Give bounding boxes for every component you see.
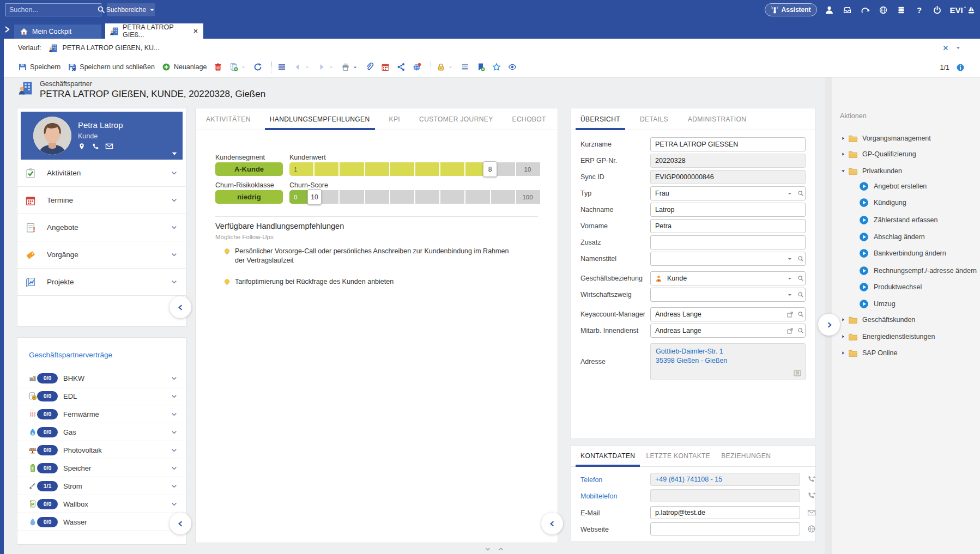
tab-beziehungen[interactable]: BEZIEHUNGEN — [721, 445, 771, 467]
scroll-up-icon[interactable] — [497, 545, 505, 553]
tab-kontaktdaten[interactable]: KONTAKTDATEN — [580, 445, 635, 467]
power-icon[interactable] — [932, 4, 943, 15]
tab-customer-journey[interactable]: CUSTOMER JOURNEY — [419, 108, 493, 130]
field-input-namenstitel[interactable] — [650, 252, 806, 266]
chevron-down-icon[interactable] — [170, 251, 178, 259]
global-search-box[interactable] — [5, 3, 101, 16]
tree-action-produktwechsel[interactable]: Produktwechsel — [832, 281, 980, 294]
chevron-down-icon[interactable] — [171, 150, 178, 157]
collapse-icon[interactable] — [840, 168, 846, 174]
favorite-button[interactable] — [492, 63, 501, 71]
dropdown-caret-icon[interactable] — [785, 288, 795, 302]
collapse-sidebar-button[interactable] — [170, 296, 191, 318]
dropdown-caret-icon[interactable] — [304, 64, 310, 70]
field-input-e-mail[interactable] — [650, 506, 800, 519]
list-view-button[interactable] — [461, 63, 469, 71]
chevron-down-icon[interactable] — [170, 428, 178, 436]
tab-administration[interactable]: ADMINISTRATION — [688, 108, 746, 130]
lookup-icon[interactable] — [796, 307, 806, 321]
contract-row-speicher[interactable]: 0/0Speicher — [17, 459, 186, 477]
expand-icon[interactable] — [840, 334, 846, 339]
print-button[interactable] — [341, 63, 358, 71]
chevron-down-icon[interactable] — [170, 374, 178, 382]
tree-action-abschlag-ndern[interactable]: Abschlag ändern — [832, 230, 980, 243]
tab-handlungsempfehlungen[interactable]: HANDLUNGSEMPFEHLUNGEN — [270, 108, 370, 130]
next-record-button[interactable] — [317, 63, 334, 71]
attachments-button[interactable] — [365, 63, 374, 71]
contract-row-fernwärme[interactable]: 0/0Fernwärme — [17, 405, 186, 423]
expand-icon[interactable] — [840, 136, 846, 141]
field-input-nachname[interactable] — [650, 203, 806, 217]
tab-record[interactable]: PETRA LATROP GIEß... — [105, 23, 203, 39]
tree-folder-energiedienstleistungen[interactable]: Energiedienstleistungen — [832, 330, 980, 343]
address-line-2[interactable]: 35398 Gießen - Gießen — [656, 356, 800, 366]
contract-row-gas[interactable]: 0/0Gas — [17, 423, 186, 441]
open-record-icon[interactable] — [785, 324, 795, 338]
search-icon[interactable] — [97, 5, 106, 14]
field-input-zusatz[interactable] — [650, 235, 806, 249]
chevron-down-icon[interactable] — [170, 223, 178, 232]
bookmark-add-button[interactable] — [476, 63, 485, 71]
tree-action-angebot-erstellen[interactable]: Angebot erstellen — [832, 180, 980, 193]
sidebar-section-projekte[interactable]: Projekte — [17, 269, 186, 296]
info-icon[interactable] — [956, 63, 965, 72]
contract-row-edl[interactable]: €0/0EDL — [17, 387, 186, 405]
chevron-down-icon[interactable] — [170, 169, 178, 177]
sidebar-section-termine[interactable]: Termine — [17, 187, 186, 214]
tab-kpi[interactable]: KPI — [389, 108, 401, 130]
expand-icon[interactable] — [840, 151, 846, 157]
recommendation-item[interactable]: Tarifoptimierung bei Rückfrage des Kunde… — [235, 277, 518, 287]
lookup-icon[interactable] — [796, 186, 806, 200]
globe-icon[interactable] — [878, 4, 889, 15]
tree-action-rechnungsempf-adresse-ndern[interactable]: Rechnungsempf./-adresse ändern — [832, 264, 980, 277]
tree-folder-gp-qualifizierung[interactable]: GP-Qualifizierung — [832, 148, 980, 161]
dropdown-caret-icon[interactable] — [785, 186, 795, 200]
collapse-center-button[interactable] — [541, 513, 563, 534]
field-input-mitarb-innendienst[interactable] — [650, 324, 806, 338]
chevron-down-icon[interactable] — [170, 482, 178, 490]
share-button[interactable] — [397, 63, 406, 71]
lookup-icon[interactable] — [796, 288, 806, 302]
close-icon[interactable] — [942, 44, 949, 52]
phone-icon[interactable] — [92, 143, 99, 150]
history-entry[interactable]: PETRA LATROP GIEßEN, KU... — [62, 44, 159, 52]
delete-button[interactable] — [214, 63, 222, 71]
phone-forward-icon[interactable] — [806, 489, 817, 502]
user-icon[interactable] — [824, 4, 835, 15]
scroll-down-icon[interactable] — [484, 545, 492, 553]
search-input[interactable] — [9, 6, 97, 14]
contract-row-photovoltaik[interactable]: 0/0Photovoltaik — [17, 441, 186, 459]
field-label[interactable]: Telefon — [580, 473, 602, 487]
dropdown-caret-icon[interactable] — [328, 64, 334, 70]
save-button[interactable]: Speichern — [18, 63, 61, 71]
tab-echobot[interactable]: ECHOBOT — [512, 108, 546, 130]
tree-action-umzug[interactable]: Umzug — [832, 297, 980, 311]
map-button[interactable] — [413, 63, 421, 71]
copy-button[interactable] — [229, 63, 246, 71]
address-line-1[interactable]: Gottlieb-Daimler-Str. 1 — [656, 347, 800, 356]
tree-folder-gesch-ftskunden[interactable]: Geschäftskunden — [832, 313, 980, 326]
database-icon[interactable] — [896, 4, 907, 15]
field-input-gesch-ftsbeziehung[interactable] — [650, 271, 806, 285]
chevron-down-icon[interactable] — [170, 410, 178, 418]
contract-row-wallbox[interactable]: P0/0Wallbox — [17, 495, 186, 513]
chevron-down-icon[interactable] — [170, 278, 178, 286]
tab-letzte-kontakte[interactable]: LETZTE KONTAKTE — [646, 445, 710, 467]
expand-icon[interactable] — [840, 317, 846, 322]
sidebar-section-aktivitäten[interactable]: Aktivitäten — [17, 160, 186, 187]
tab-mein-cockpit[interactable]: Mein Cockpit — [14, 25, 101, 39]
tab--bersicht[interactable]: ÜBERSICHT — [580, 108, 620, 130]
tree-folder-vorgangsmanagement[interactable]: Vorgangsmanagement — [832, 132, 980, 145]
field-input-kurzname[interactable] — [650, 137, 806, 151]
location-icon[interactable] — [78, 143, 86, 150]
save-and-close-button[interactable]: Speichern und schließen — [68, 63, 155, 71]
calendar-button[interactable] — [381, 63, 390, 71]
dropdown-caret-icon[interactable] — [785, 271, 795, 285]
contract-row-strom[interactable]: 1/1Strom — [17, 477, 186, 495]
chevron-down-icon[interactable] — [170, 464, 178, 472]
tree-action-k-ndigung[interactable]: Kündigung — [832, 196, 980, 209]
dropdown-caret-icon[interactable] — [785, 252, 795, 266]
chevron-down-icon[interactable] — [170, 392, 178, 400]
field-input-typ[interactable] — [650, 186, 806, 200]
recommendation-item[interactable]: Persönlicher Vorsorge-Call oder persönli… — [235, 247, 518, 265]
